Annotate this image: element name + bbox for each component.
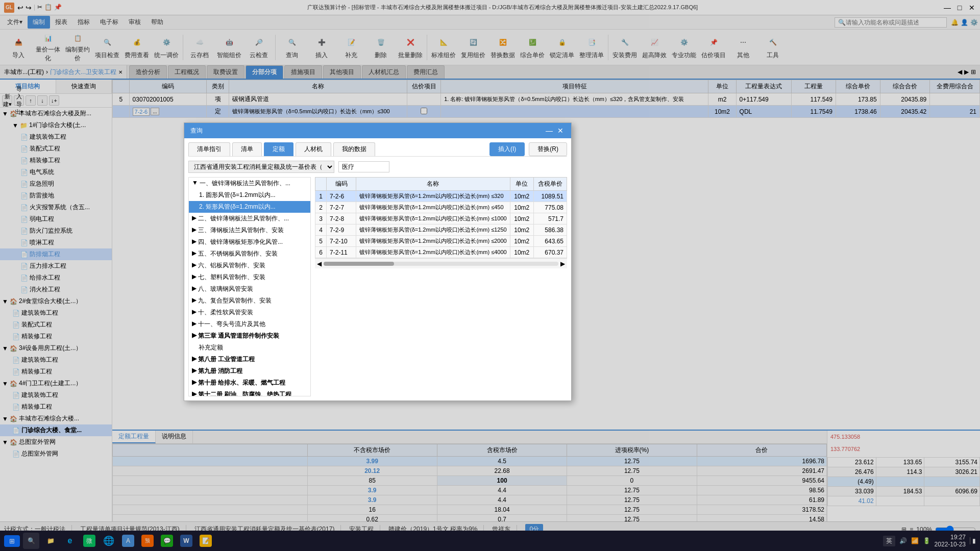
modal-filter-input[interactable]	[338, 161, 389, 172]
scroll-thumb	[324, 262, 394, 266]
modal-overlay: 查询 — ✕ 清单指引 清单 定额 人材机 我的数据 插入(I) 替换(R) 江…	[0, 0, 980, 551]
modal-tree-ch9-title[interactable]: ▶ 第九册 消防工程	[189, 365, 310, 377]
modal-tree-ch1-1[interactable]: 1. 圆形风管(δ=1.2mm以内...	[189, 189, 310, 201]
modal-tree-ch2[interactable]: ▶ 二、镀锌薄钢板法兰风管制作、...	[189, 213, 310, 224]
modal-tree-ch6[interactable]: ▶ 六、铝板风管制作、安装	[189, 260, 310, 271]
modal-tree-ch11[interactable]: ▶ 十一、弯头号流片及其他	[189, 318, 310, 330]
modal-title: 查询	[190, 127, 203, 135]
modal-tree-ch7[interactable]: ▶ 七、塑料风管制作、安装	[189, 271, 310, 283]
modal-tree-ch10[interactable]: ▶ 十、柔性软风管安装	[189, 307, 310, 318]
scroll-track[interactable]	[324, 262, 558, 266]
modal-row-1[interactable]: 1 7-2-6 镀锌薄钢板矩形风管(δ=1.2mm以内咬口)长边长(mm) ≤3…	[315, 191, 567, 202]
modal-tree-ch3-title[interactable]: ▶ 第三章 通风管道部件制作安装	[189, 330, 310, 342]
modal-tab-guide[interactable]: 清单指引	[188, 142, 230, 156]
modal-tree: ▼ 一、镀锌薄钢板法兰风管制作、... 1. 圆形风管(δ=1.2mm以内...…	[188, 177, 311, 396]
modal-row-6[interactable]: 6 7-2-11 镀锌薄钢板矩形风管(δ=1.2mm以内咬口)长边长(mm) ≤…	[315, 247, 567, 258]
modal-tabs: 清单指引 清单 定额 人材机 我的数据 插入(I) 替换(R)	[188, 142, 567, 157]
modal-tree-ch1[interactable]: ▼ 一、镀锌薄钢板法兰风管制作、...	[189, 178, 310, 189]
modal-row-4[interactable]: 4 7-2-9 镀锌薄钢板矩形风管(δ=1.2mm以内咬口)长边长(mm) ≤1…	[315, 224, 567, 236]
modal-row-3[interactable]: 3 7-2-8 镀锌薄钢板矩形风管(δ=1.2mm以内咬口)长边长(mm) ≤1…	[315, 213, 567, 224]
modal-title-bar: 查询 — ✕	[184, 123, 571, 138]
modal-tree-ch9[interactable]: ▶ 九、复合型风管制作、安装	[189, 295, 310, 307]
modal-tree-ch4[interactable]: ▶ 四、镀锌薄钢板矩形净化风管...	[189, 236, 310, 248]
modal-result-area: 编码 名称 单位 含税单价 1 7-2-6 镀锌薄钢板矩形风管(δ=1.2mm以…	[315, 177, 567, 396]
modal-result-table: 编码 名称 单位 含税单价 1 7-2-6 镀锌薄钢板矩形风管(δ=1.2mm以…	[315, 177, 567, 258]
modal-tree-ch3[interactable]: ▶ 三、薄钢板法兰风管制作、安装	[189, 224, 310, 236]
modal-tree-supplement[interactable]: 补充定额	[189, 342, 310, 354]
modal-row-2[interactable]: 2 7-2-7 镀锌薄钢板矩形风管(δ=1.2mm以内咬口)长边长(mm) ≤4…	[315, 202, 567, 213]
modal-minimize-btn[interactable]: —	[545, 126, 554, 135]
modal-col-price: 含税单价	[533, 178, 567, 191]
modal-col-num	[315, 178, 327, 191]
modal-filter: 江西省通用安装工程消耗量定额及统一基价表（	[188, 161, 567, 173]
query-modal: 查询 — ✕ 清单指引 清单 定额 人材机 我的数据 插入(I) 替换(R) 江…	[184, 122, 572, 401]
modal-tree-ch8-title[interactable]: ▶ 第八册 工业管道工程	[189, 354, 310, 365]
modal-tab-quota[interactable]: 定额	[264, 142, 293, 156]
modal-tree-ch8[interactable]: ▶ 八、玻璃钢风管安装	[189, 283, 310, 295]
modal-tree-ch10-title[interactable]: ▶ 第十册 给排水、采暖、燃气工程	[189, 377, 310, 389]
modal-col-name: 名称	[356, 178, 510, 191]
modal-row-5[interactable]: 5 7-2-10 镀锌薄钢板矩形风管(δ=1.2mm以内咬口)长边长(mm) ≤…	[315, 236, 567, 247]
modal-scroll-bar[interactable]: ◀ ▶	[315, 258, 567, 268]
modal-tab-bill[interactable]: 清单	[232, 142, 262, 156]
modal-content: 清单指引 清单 定额 人材机 我的数据 插入(I) 替换(R) 江西省通用安装工…	[184, 138, 571, 400]
modal-tree-ch12-title[interactable]: ▶ 第十二册 刷油、防腐蚀、绝热工程	[189, 389, 310, 396]
modal-col-unit: 单位	[510, 178, 533, 191]
modal-tab-labor[interactable]: 人材机	[296, 142, 331, 156]
modal-replace-btn[interactable]: 替换(R)	[529, 142, 567, 156]
modal-body: ▼ 一、镀锌薄钢板法兰风管制作、... 1. 圆形风管(δ=1.2mm以内...…	[188, 177, 567, 396]
modal-tree-ch5[interactable]: ▶ 五、不锈钢板风管制作、安装	[189, 248, 310, 260]
modal-close-btn[interactable]: ✕	[556, 126, 565, 135]
modal-tree-ch1-2[interactable]: 2. 矩形风管(δ=1.2mm以内...	[189, 201, 310, 213]
modal-filter-select[interactable]: 江西省通用安装工程消耗量定额及统一基价表（	[188, 161, 334, 173]
modal-col-code: 编码	[327, 178, 356, 191]
modal-insert-btn[interactable]: 插入(I)	[489, 142, 525, 156]
modal-tab-mydata[interactable]: 我的数据	[333, 142, 375, 156]
